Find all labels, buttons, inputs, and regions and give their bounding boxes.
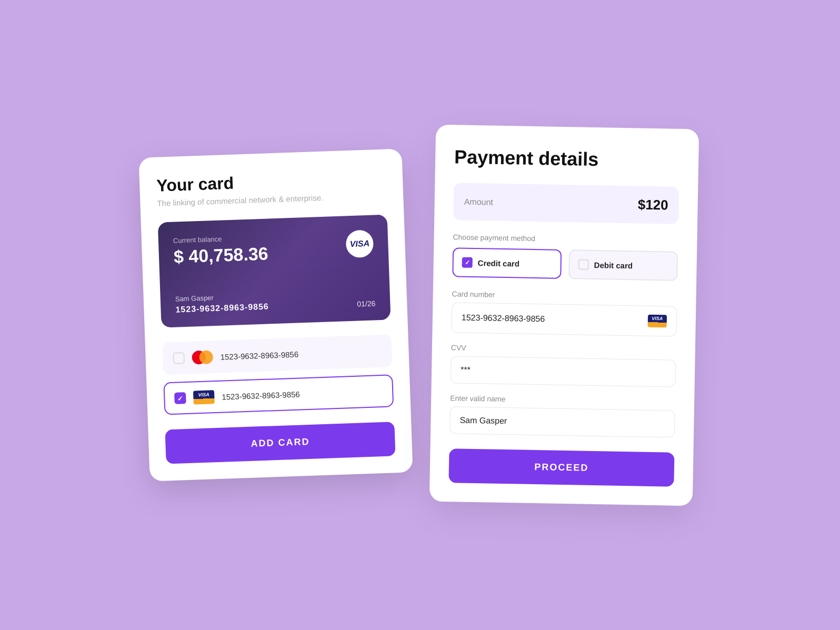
credit-card-label: Credit card (478, 258, 519, 267)
name-input[interactable]: Sam Gasper (449, 406, 675, 437)
card-bottom: Sam Gasper 1523-9632-8963-9856 01/26 (175, 288, 376, 314)
card-holder-info: Sam Gasper 1523-9632-8963-9856 (175, 292, 269, 314)
balance-value: $ 40,758.36 (173, 243, 268, 267)
card-number-field-group: Card number 1523-9632-8963-9856 VISA (451, 289, 677, 336)
name-label: Enter valid name (450, 394, 675, 406)
visa-logo-circle: VISA (345, 229, 374, 258)
card-holder-name: Sam Gasper (175, 292, 269, 303)
credit-card-option[interactable]: Credit card (452, 247, 562, 279)
card-checkbox-mc[interactable] (173, 352, 185, 364)
amount-row: Amount $120 (453, 183, 679, 224)
visa-inline-icon: VISA (648, 314, 667, 327)
card-number-label: Card number (452, 289, 677, 302)
card-expiry: 01/26 (357, 299, 376, 308)
visa-badge-text: VISA (198, 392, 209, 398)
name-field-group: Enter valid name Sam Gasper (449, 394, 675, 437)
card-number-input-value: 1523-9632-8963-9856 (462, 313, 545, 324)
visa-text: VISA (349, 239, 369, 249)
name-input-value: Sam Gasper (459, 415, 507, 426)
amount-label: Amount (464, 197, 493, 207)
card-list: 1523-9632-8963-9856 VISA 1523-9632-8963-… (162, 334, 394, 415)
card-checkbox-visa[interactable] (174, 392, 186, 404)
debit-card-checkbox[interactable] (578, 259, 589, 269)
add-card-button[interactable]: ADD CARD (165, 422, 395, 464)
card-balance-section: Current balance $ 40,758.36 (173, 233, 269, 267)
list-item[interactable]: VISA 1523-9632-8963-9856 (163, 374, 394, 415)
debit-card-label: Debit card (594, 260, 633, 269)
debit-card-option[interactable]: Debit card (568, 249, 678, 281)
cvv-label: CVV (451, 343, 676, 355)
card-top: Current balance $ 40,758.36 VISA (173, 229, 374, 267)
visa-logo-badge: VISA (193, 390, 215, 404)
credit-card-checkbox[interactable] (462, 257, 473, 267)
card-list-number: 1523-9632-8963-9856 (220, 349, 298, 361)
your-card-panel: Your card The linking of commercial netw… (138, 148, 413, 481)
payment-method-options: Credit card Debit card (452, 247, 678, 281)
list-item[interactable]: 1523-9632-8963-9856 (162, 334, 393, 375)
mastercard-logo (192, 350, 213, 364)
payment-method-label: Choose payment method (453, 233, 678, 245)
payment-title: Payment details (454, 146, 680, 172)
visa-inline-text: VISA (652, 315, 663, 321)
proceed-button[interactable]: PROCEED (448, 448, 674, 486)
balance-label: Current balance (173, 233, 268, 244)
mc-circle-right (199, 350, 213, 364)
cvv-input-value: *** (461, 365, 471, 374)
card-number: 1523-9632-8963-9856 (175, 302, 269, 314)
cvv-field-group: CVV *** (451, 343, 676, 387)
payment-details-panel: Payment details Amount $120 Choose payme… (429, 124, 699, 506)
card-list-number-visa: 1523-9632-8963-9856 (222, 389, 300, 401)
amount-value: $120 (638, 196, 668, 213)
cvv-input[interactable]: *** (451, 356, 676, 387)
card-number-input[interactable]: 1523-9632-8963-9856 VISA (451, 302, 677, 336)
credit-card-visual: Current balance $ 40,758.36 VISA Sam Gas… (158, 215, 391, 328)
